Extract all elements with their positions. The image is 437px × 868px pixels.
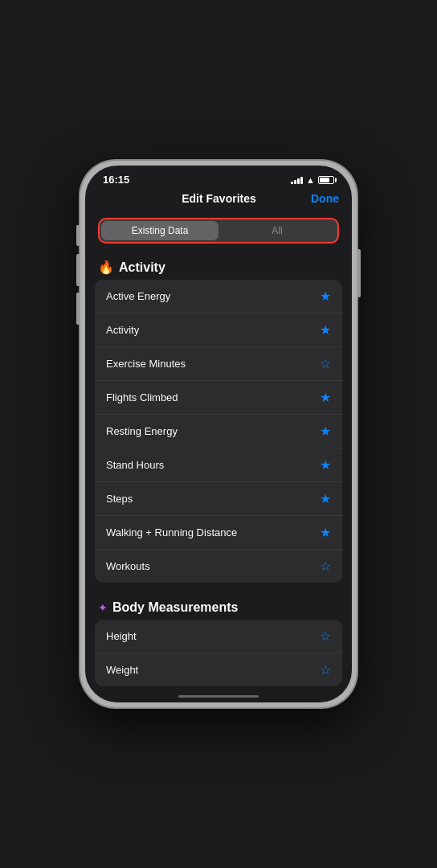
star-icon[interactable]: [320, 457, 331, 473]
body-list: Height Weight: [95, 620, 342, 686]
item-label: Activity: [106, 324, 139, 336]
done-button[interactable]: Done: [311, 192, 339, 205]
mute-button[interactable]: [76, 225, 80, 246]
signal-icon: [291, 176, 303, 184]
item-label: Active Energy: [106, 290, 170, 302]
star-icon[interactable]: [320, 356, 331, 371]
status-icons: ▲: [291, 175, 334, 185]
item-label: Height: [106, 630, 137, 642]
wifi-icon: ▲: [306, 175, 315, 185]
nav-title: Edit Favorites: [127, 192, 311, 205]
volume-down-button[interactable]: [76, 293, 80, 325]
star-icon[interactable]: [320, 525, 331, 540]
item-label: Exercise Minutes: [106, 358, 186, 370]
star-icon[interactable]: [320, 322, 331, 338]
segment-existing-data[interactable]: Existing Data: [101, 221, 218, 240]
star-icon[interactable]: [320, 662, 331, 678]
body-title: Body Measurements: [112, 600, 239, 615]
activity-title: Activity: [119, 260, 165, 275]
status-time: 16:15: [103, 174, 129, 186]
activity-icon: 🔥: [98, 260, 114, 275]
list-item[interactable]: Activity: [95, 313, 342, 347]
item-label: Weight: [106, 664, 138, 676]
activity-section-header: 🔥 Activity: [85, 252, 352, 280]
star-icon[interactable]: [320, 628, 331, 644]
home-bar: [178, 695, 259, 698]
activity-list: Active Energy Activity Exercise Minutes …: [95, 280, 342, 583]
nav-bar: Edit Favorites Done: [85, 189, 352, 211]
list-item[interactable]: Exercise Minutes: [95, 347, 342, 381]
star-icon[interactable]: [320, 559, 331, 574]
segment-all[interactable]: All: [218, 221, 336, 240]
list-item[interactable]: Active Energy: [95, 280, 342, 313]
body-icon: ✦: [98, 601, 108, 614]
list-item[interactable]: Flights Climbed: [95, 381, 342, 415]
phone-screen: 16:15 ▲ Edit Favorites Done: [85, 166, 352, 702]
notch: [170, 166, 267, 185]
list-item[interactable]: Resting Energy: [95, 415, 342, 448]
item-label: Resting Energy: [106, 425, 178, 437]
item-label: Stand Hours: [106, 459, 164, 471]
item-label: Flights Climbed: [106, 391, 178, 403]
star-icon[interactable]: [320, 424, 331, 439]
star-icon[interactable]: [320, 491, 331, 506]
body-section-header: ✦ Body Measurements: [85, 592, 352, 620]
list-item[interactable]: Height: [95, 620, 342, 653]
home-indicator: [85, 690, 352, 702]
list-item[interactable]: Weight: [95, 653, 342, 686]
power-button[interactable]: [357, 249, 361, 297]
list-item[interactable]: Walking + Running Distance: [95, 516, 342, 550]
list-item[interactable]: Workouts: [95, 550, 342, 583]
list-item[interactable]: Stand Hours: [95, 448, 342, 482]
volume-up-button[interactable]: [76, 254, 80, 286]
phone-frame: 16:15 ▲ Edit Favorites Done: [80, 161, 357, 707]
item-label: Walking + Running Distance: [106, 526, 237, 538]
item-label: Workouts: [106, 560, 150, 572]
star-icon[interactable]: [320, 390, 331, 405]
scroll-content[interactable]: 🔥 Activity Active Energy Activity Exerci…: [85, 252, 352, 690]
item-label: Steps: [106, 493, 133, 505]
list-item[interactable]: Steps: [95, 482, 342, 516]
star-icon[interactable]: [320, 289, 331, 304]
battery-icon: [318, 176, 334, 184]
segment-container: Existing Data All: [85, 211, 352, 252]
segment-control: Existing Data All: [98, 218, 339, 244]
